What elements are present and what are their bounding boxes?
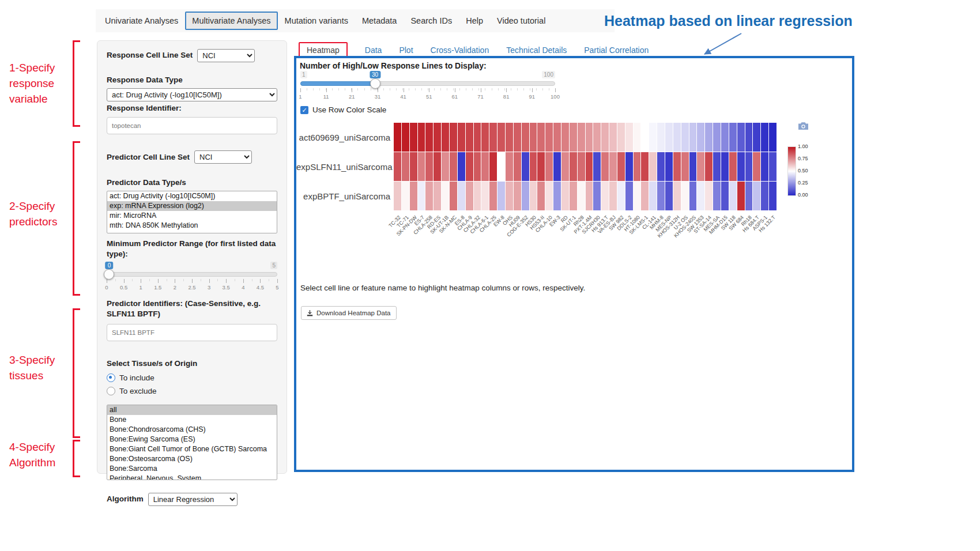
slider-minor-tick bbox=[132, 279, 133, 281]
response-data-type-select[interactable]: act: Drug Activity (-log10[IC50M]) bbox=[107, 88, 277, 101]
heatmap-cell bbox=[657, 182, 665, 210]
step-bracket-2 bbox=[73, 141, 80, 296]
tissue-option-bone-osteosarcoma-os[interactable]: Bone:Osteosarcoma (OS) bbox=[107, 454, 277, 464]
response-lines-slider[interactable]: 1 100 30 1112131415161718191100 bbox=[300, 71, 555, 103]
tissue-option-bone-sarcoma[interactable]: Bone:Sarcoma bbox=[107, 464, 277, 474]
slider-minor-tick bbox=[252, 279, 252, 281]
heatmap-cell bbox=[634, 123, 641, 152]
heatmap-cell bbox=[601, 182, 609, 210]
tissue-listbox[interactable]: allBoneBone:Chondrosarcoma (CHS)Bone:Ewi… bbox=[107, 405, 277, 480]
heatmap-cell bbox=[434, 123, 441, 152]
heatmap-cell bbox=[497, 123, 505, 152]
slider-minor-tick bbox=[332, 88, 333, 90]
heatmap-cell bbox=[425, 123, 433, 152]
tissue-exclude-radio[interactable]: To exclude bbox=[107, 387, 277, 395]
heatmap-cell bbox=[665, 123, 673, 152]
tissue-option-bone-ewing-sarcoma-es[interactable]: Bone:Ewing Sarcoma (ES) bbox=[107, 435, 277, 444]
heatmap-row-label-expbptf-unisarcoma[interactable]: expBPTF_uniSarcoma bbox=[296, 182, 390, 211]
radio-selected-icon bbox=[107, 373, 115, 382]
download-icon bbox=[307, 310, 313, 316]
nav-tab-multivariate-analyses[interactable]: Multivariate Analyses bbox=[185, 12, 277, 30]
heatmap-cell bbox=[497, 152, 505, 181]
slider-minor-tick bbox=[415, 88, 416, 90]
slider-minor-tick bbox=[428, 88, 428, 90]
min-range-handle[interactable] bbox=[104, 269, 114, 280]
heatmap-cell bbox=[593, 152, 601, 181]
tissue-option-bone-giant-cell-tumor-of-bone-gctb-sarcoma[interactable]: Bone:Giant Cell Tumor of Bone (GCTB) Sar… bbox=[107, 444, 277, 454]
slider-tick bbox=[404, 88, 404, 92]
slider-tick-label: 41 bbox=[400, 93, 406, 100]
slider-tick bbox=[175, 279, 175, 283]
slider-tick-label: 91 bbox=[529, 93, 536, 100]
checkbox-checked-icon: ✓ bbox=[300, 106, 308, 114]
slider-tick bbox=[124, 279, 125, 283]
step-annotation-1: 1-Specify response variable bbox=[9, 61, 55, 107]
heatmap-cell bbox=[506, 152, 513, 181]
slider-tick bbox=[506, 88, 507, 92]
nav-tab-univariate-analyses[interactable]: Univariate Analyses bbox=[98, 12, 185, 30]
heatmap-cell bbox=[489, 182, 497, 210]
row-color-scale-checkbox[interactable]: ✓ Use Row Color Scale bbox=[300, 105, 386, 114]
tissue-include-radio[interactable]: To include bbox=[107, 373, 277, 382]
slider-tick bbox=[141, 279, 141, 283]
heatmap-cell bbox=[537, 123, 545, 152]
algorithm-select[interactable]: Linear Regression bbox=[148, 493, 238, 506]
min-predictor-range-slider[interactable]: 0 5 00.511.522.533.544.55 bbox=[107, 262, 277, 294]
slider-handle[interactable] bbox=[370, 78, 380, 89]
slider-tick bbox=[481, 88, 481, 92]
heatmap-cell bbox=[474, 123, 481, 152]
slider-tick-label: 1.5 bbox=[154, 284, 161, 290]
tab-technical-details[interactable]: Technical Details bbox=[506, 46, 567, 55]
slider-minor-tick bbox=[549, 88, 549, 90]
predictor-type-option-mth-dna-850k-methylation[interactable]: mth: DNA 850K Methylation bbox=[107, 221, 277, 231]
download-heatmap-data-button[interactable]: Download Heatmap Data bbox=[301, 306, 397, 320]
tab-plot[interactable]: Plot bbox=[399, 46, 413, 55]
response-cell-line-set-select[interactable]: NCI bbox=[197, 49, 255, 62]
tissue-option-all[interactable]: all bbox=[107, 405, 277, 415]
slider-minor-tick bbox=[542, 88, 543, 90]
colorbar-gradient bbox=[787, 146, 796, 196]
slider-minor-tick bbox=[478, 88, 479, 90]
camera-icon[interactable] bbox=[798, 122, 809, 130]
response-identifier-input[interactable] bbox=[107, 117, 277, 134]
predictor-identifiers-input[interactable] bbox=[107, 324, 277, 341]
slider-minor-tick bbox=[485, 88, 485, 90]
slider-tick-label: 81 bbox=[503, 93, 510, 100]
nav-tab-mutation-variants[interactable]: Mutation variants bbox=[278, 12, 355, 30]
heatmap-row-label-act609699-unisarcoma[interactable]: act609699_uniSarcoma bbox=[296, 123, 390, 152]
predictor-cell-line-set-select[interactable]: NCI bbox=[194, 150, 252, 164]
slider-minor-tick bbox=[536, 88, 537, 90]
tissue-option-peripheral-nervous-system[interactable]: Peripheral_Nervous_System bbox=[107, 474, 277, 480]
predictor-type-option-exp-mrna-expression-log2[interactable]: exp: mRNA Expression (log2) bbox=[107, 201, 277, 211]
predictor-type-option-act-drug-activity-log10-ic50m[interactable]: act: Drug Activity (-log10[IC50M]) bbox=[107, 191, 277, 201]
heatmap-cell bbox=[753, 182, 760, 210]
slider-tick-label: 51 bbox=[426, 93, 432, 100]
tab-data[interactable]: Data bbox=[365, 46, 382, 55]
min-range-track[interactable] bbox=[107, 272, 277, 277]
slider-minor-tick bbox=[466, 88, 466, 90]
predictor-type-option-mir-microrna[interactable]: mir: MicroRNA bbox=[107, 211, 277, 221]
heatmap-cell bbox=[442, 123, 449, 152]
slider-tick-grid: 1112131415161718191100 bbox=[300, 88, 555, 102]
tissue-option-bone-chondrosarcoma-chs[interactable]: Bone:Chondrosarcoma (CHS) bbox=[107, 425, 277, 435]
nav-tab-metadata[interactable]: Metadata bbox=[355, 12, 404, 30]
tissue-option-bone[interactable]: Bone bbox=[107, 415, 277, 425]
nav-tab-search-ids[interactable]: Search IDs bbox=[404, 12, 459, 30]
nav-tab-help[interactable]: Help bbox=[459, 12, 490, 30]
heatmap-row-label-expslfn11-unisarcoma[interactable]: expSLFN11_uniSarcoma bbox=[296, 152, 390, 182]
heatmap-cell bbox=[418, 182, 425, 210]
heatmap-cell bbox=[578, 152, 585, 181]
heatmap-cell bbox=[697, 182, 704, 210]
predictor-data-types-listbox[interactable]: act: Drug Activity (-log10[IC50M])exp: m… bbox=[107, 191, 277, 233]
slider-tick-label: 2.5 bbox=[188, 284, 195, 290]
slider-tick bbox=[226, 279, 227, 283]
tab-partial-correlation[interactable]: Partial Correlation bbox=[584, 46, 649, 55]
slider-tick-label: 1 bbox=[299, 93, 301, 100]
heatmap-cell bbox=[657, 123, 665, 152]
slider-tick bbox=[209, 279, 210, 283]
heatmap-cell bbox=[737, 182, 745, 210]
slider-minor-tick bbox=[115, 279, 116, 281]
nav-tab-video-tutorial[interactable]: Video tutorial bbox=[490, 12, 552, 30]
tab-cross-validation[interactable]: Cross-Validation bbox=[431, 46, 489, 55]
heatmap-cell bbox=[745, 123, 753, 152]
